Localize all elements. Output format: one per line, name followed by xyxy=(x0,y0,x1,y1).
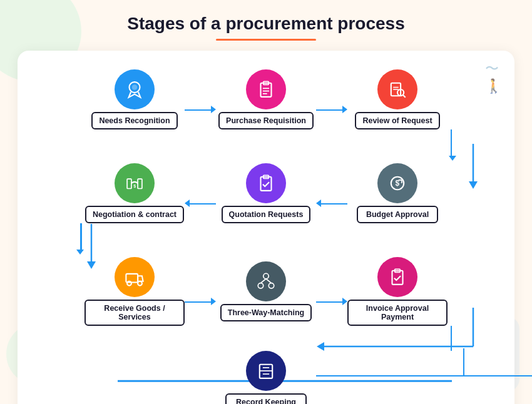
vline-row2-row3 xyxy=(30,223,502,251)
diagram-container: 〜🚶 Needs Recognition Purchase Requisitio… xyxy=(18,51,514,404)
negotiation-contract-icon: $ xyxy=(115,163,155,203)
arrowhead-6-5 xyxy=(316,198,321,210)
negotiation-contract-label: Negotiation & contract xyxy=(85,206,184,223)
svg-line-25 xyxy=(261,279,267,283)
flow-row-4: Record Keeping xyxy=(30,351,502,404)
svg-rect-12 xyxy=(127,179,131,188)
svg-point-20 xyxy=(127,281,131,286)
node-quotation-requests: Quotation Requests xyxy=(216,163,316,223)
node-negotiation-contract: $ Negotiation & contract xyxy=(84,163,185,223)
svg-line-26 xyxy=(266,279,272,283)
receive-goods-label: Receive Goods / Services xyxy=(84,300,185,326)
review-of-request-label: Review of Request xyxy=(355,112,439,129)
arrow-6-5 xyxy=(316,198,347,210)
vline-right-1 xyxy=(451,129,453,157)
abs-vline-invoice xyxy=(463,348,465,376)
node-needs-recognition: Needs Recognition xyxy=(84,69,185,129)
record-keeping-icon xyxy=(246,351,286,391)
arrowhead-7-8 xyxy=(211,296,216,308)
node-three-way-matching: Three-Way-Matching xyxy=(216,261,316,321)
arrowhead-down-right-1 xyxy=(449,156,456,161)
purchase-requisition-icon xyxy=(246,69,286,109)
budget-approval-icon: $ xyxy=(377,163,417,203)
arrowhead-1-2 xyxy=(211,104,216,116)
abs-hline-to-record xyxy=(316,375,532,377)
arrowhead-down-left-2 xyxy=(76,250,84,255)
invoice-approval-icon xyxy=(377,257,417,297)
arrowhead-2-3 xyxy=(342,104,347,116)
three-way-matching-label: Three-Way-Matching xyxy=(220,304,312,321)
svg-point-21 xyxy=(138,281,142,286)
three-way-matching-icon xyxy=(246,261,286,301)
arrowhead-5-4 xyxy=(185,198,190,210)
vline-left-2 xyxy=(80,223,82,251)
needs-recognition-icon xyxy=(115,69,155,109)
vline-row3-row4 xyxy=(30,326,502,351)
node-review-of-request: Review of Request xyxy=(347,69,448,129)
flow-row-1: Needs Recognition Purchase Requisition xyxy=(30,69,502,129)
review-of-request-icon xyxy=(377,69,417,109)
svg-point-22 xyxy=(263,273,269,279)
vline-right-3 xyxy=(451,326,453,351)
quotation-requests-icon xyxy=(246,163,286,203)
svg-line-9 xyxy=(403,95,406,98)
arrow-8-9 xyxy=(316,296,347,308)
vline-row1-row2 xyxy=(30,129,502,157)
arrow-5-4 xyxy=(185,198,216,210)
svg-point-24 xyxy=(269,283,274,289)
svg-rect-13 xyxy=(138,179,142,188)
node-record-keeping: Record Keeping xyxy=(216,351,316,404)
arrow-2-3 xyxy=(316,104,347,116)
node-invoice-approval: Invoice Approval Payment xyxy=(347,257,448,326)
purchase-requisition-label: Purchase Requisition xyxy=(218,112,314,129)
page-title: Stages of a procurement process xyxy=(0,0,532,39)
arrow-1-2 xyxy=(185,104,216,116)
budget-approval-label: Budget Approval xyxy=(357,206,438,223)
node-budget-approval: $ Budget Approval xyxy=(347,163,448,223)
invoice-approval-label: Invoice Approval Payment xyxy=(347,300,448,326)
node-receive-goods: Receive Goods / Services xyxy=(84,257,185,326)
record-keeping-label: Record Keeping xyxy=(225,393,307,404)
flow-row-3: Receive Goods / Services Three-Way-Match… xyxy=(30,257,502,326)
svg-text:$: $ xyxy=(133,184,136,189)
arrow-7-8 xyxy=(185,296,216,308)
quotation-requests-label: Quotation Requests xyxy=(222,206,311,223)
arrowhead-8-9 xyxy=(342,296,347,308)
receive-goods-icon xyxy=(115,257,155,297)
title-underline xyxy=(216,39,316,41)
needs-recognition-label: Needs Recognition xyxy=(91,112,177,129)
flow-row-2: $ Negotiation & contract Quotation Reque… xyxy=(30,163,502,223)
svg-point-23 xyxy=(258,283,263,289)
svg-point-1 xyxy=(132,84,138,90)
node-purchase-requisition: Purchase Requisition xyxy=(216,69,316,129)
